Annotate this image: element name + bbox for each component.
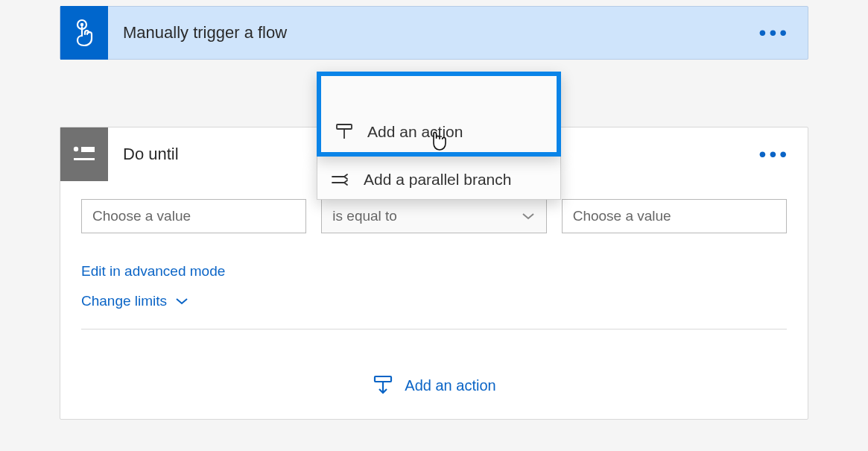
menu-item-add-action[interactable]: Add an action: [321, 112, 557, 152]
svg-rect-2: [337, 124, 352, 129]
link-label: Change limits: [81, 293, 167, 309]
add-step-menu-extension: Add a parallel branch: [317, 155, 561, 200]
trigger-more-button[interactable]: •••: [759, 21, 808, 45]
menu-item-label: Add a parallel branch: [364, 171, 511, 189]
menu-item-add-parallel-branch[interactable]: Add a parallel branch: [317, 160, 560, 199]
chevron-down-icon: [521, 211, 536, 221]
change-limits-toggle[interactable]: Change limits: [81, 293, 787, 309]
svg-rect-6: [74, 158, 95, 160]
add-action-icon: [372, 374, 394, 397]
svg-rect-7: [375, 376, 391, 382]
add-step-menu: Add an action: [317, 72, 561, 157]
do-until-icon: [60, 127, 108, 181]
trigger-card[interactable]: Manually trigger a flow •••: [60, 6, 808, 60]
svg-rect-5: [81, 147, 95, 152]
add-action-button[interactable]: Add an action: [60, 329, 808, 419]
manual-trigger-icon: [60, 6, 108, 60]
menu-item-label: Add an action: [367, 123, 463, 141]
edit-advanced-mode-link[interactable]: Edit in advanced mode: [81, 263, 787, 280]
svg-point-4: [74, 147, 78, 151]
condition-operator-value: is equal to: [332, 208, 397, 224]
chevron-down-icon: [174, 296, 189, 306]
condition-left-input[interactable]: [81, 199, 306, 233]
do-until-more-button[interactable]: •••: [759, 142, 808, 166]
condition-operator-select[interactable]: is equal to: [321, 199, 546, 233]
parallel-branch-icon: [331, 172, 350, 187]
add-action-label: Add an action: [405, 377, 495, 394]
condition-right-input[interactable]: [562, 199, 787, 233]
add-action-icon: [335, 122, 354, 142]
trigger-title: Manually trigger a flow: [123, 23, 759, 42]
svg-point-1: [80, 23, 83, 26]
link-label: Edit in advanced mode: [81, 263, 225, 280]
